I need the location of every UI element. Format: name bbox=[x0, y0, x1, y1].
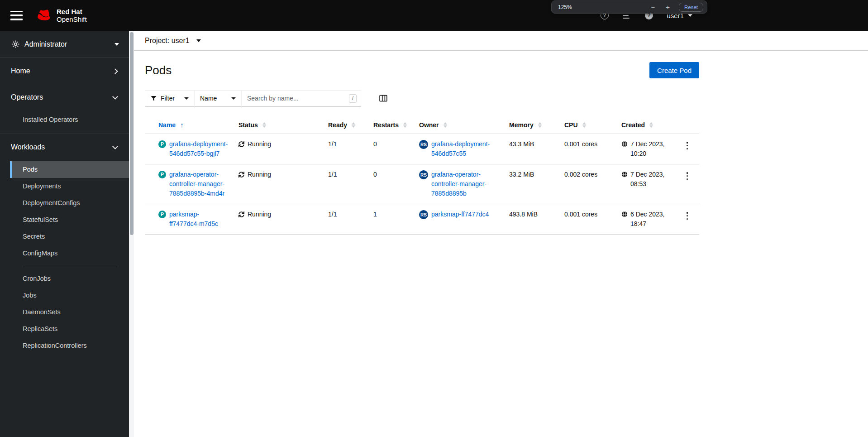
sidebar-item-configmaps[interactable]: ConfigMaps bbox=[10, 245, 129, 262]
pods-table: Name↑ Status Ready Restarts Owner Memory… bbox=[145, 117, 699, 235]
search-box: / bbox=[241, 90, 361, 106]
zoom-reset-button[interactable]: Reset bbox=[679, 3, 703, 12]
sidebar-item-deployments[interactable]: Deployments bbox=[10, 178, 129, 195]
zoom-level: 125% bbox=[558, 4, 572, 10]
sidebar-item-statefulsets[interactable]: StatefulSets bbox=[10, 211, 129, 228]
column-header-memory[interactable]: Memory bbox=[502, 117, 557, 134]
timestamp: 6 Dec 2023, 18:47 bbox=[630, 210, 668, 229]
nav-section-home: Home bbox=[0, 58, 129, 84]
sidebar-item-cronjobs[interactable]: CronJobs bbox=[10, 270, 129, 287]
timestamp: 7 Dec 2023, 10:20 bbox=[630, 139, 668, 158]
cpu-cell: 0.001 cores bbox=[557, 134, 614, 164]
sidebar-item-replicasets[interactable]: ReplicaSets bbox=[10, 321, 129, 337]
column-header-owner[interactable]: Owner bbox=[412, 117, 502, 134]
operators-label: Operators bbox=[11, 93, 43, 101]
sidebar-item-replicationcontrollers[interactable]: ReplicationControllers bbox=[10, 337, 129, 354]
cpu-cell: 0.002 cores bbox=[557, 164, 614, 204]
masthead: Red Hat OpenShift ? ? user1 125% − + Res… bbox=[0, 0, 868, 31]
sidebar-item-jobs[interactable]: Jobs bbox=[10, 287, 129, 304]
sort-icon bbox=[262, 122, 266, 128]
home-label: Home bbox=[11, 67, 30, 75]
gear-icon bbox=[12, 40, 19, 48]
pod-name-link[interactable]: grafana-deployment-546dd57c55-bgjl7 bbox=[169, 139, 229, 158]
memory-cell: 33.2 MiB bbox=[502, 164, 557, 204]
ready-cell: 1/1 bbox=[321, 204, 366, 235]
sort-icon bbox=[403, 122, 407, 128]
attribute-label: Name bbox=[200, 95, 217, 102]
replicaset-badge: RS bbox=[419, 210, 428, 219]
caret-down-icon bbox=[114, 43, 119, 46]
filter-dropdown[interactable]: Filter bbox=[145, 90, 195, 106]
replicaset-badge: RS bbox=[419, 140, 428, 149]
memory-cell: 493.8 MiB bbox=[502, 204, 557, 235]
redhat-fedora-icon bbox=[35, 10, 52, 21]
menu-toggle-icon[interactable] bbox=[10, 11, 23, 20]
brand-text: Red Hat OpenShift bbox=[57, 8, 87, 23]
project-selector[interactable]: Project: user1 bbox=[134, 31, 868, 51]
perspective-switcher[interactable]: Administrator bbox=[0, 31, 129, 58]
pod-badge: P bbox=[158, 140, 166, 148]
chevron-down-icon bbox=[112, 144, 118, 149]
pod-name-link[interactable]: parksmap-ff7477dc4-m7d5c bbox=[169, 210, 229, 229]
sort-icon bbox=[582, 122, 586, 128]
ready-cell: 1/1 bbox=[321, 164, 366, 204]
status-text: Running bbox=[248, 170, 271, 179]
nav-section-operators: Operators Installed Operators bbox=[0, 84, 129, 134]
pod-name-link[interactable]: grafana-operator-controller-manager-7885… bbox=[169, 170, 229, 198]
kebab-menu-button[interactable] bbox=[684, 211, 691, 221]
column-header-created[interactable]: Created bbox=[614, 117, 675, 134]
caret-down-icon bbox=[196, 39, 201, 42]
column-header-cpu[interactable]: CPU bbox=[557, 117, 614, 134]
restarts-cell: 1 bbox=[366, 204, 412, 235]
column-header-restarts[interactable]: Restarts bbox=[366, 117, 412, 134]
workloads-label: Workloads bbox=[11, 143, 45, 151]
browser-zoom-popup: 125% − + Reset bbox=[551, 0, 707, 14]
sidebar-item-home[interactable]: Home bbox=[0, 58, 129, 84]
nav-section-workloads: Workloads Pods Deployments DeploymentCon… bbox=[0, 134, 129, 360]
sync-icon bbox=[238, 141, 244, 147]
attribute-dropdown[interactable]: Name bbox=[194, 90, 242, 106]
sidebar-scrollbar[interactable] bbox=[129, 31, 134, 437]
owner-link[interactable]: grafana-operator-controller-manager-7885… bbox=[431, 170, 495, 198]
columns-icon bbox=[379, 94, 387, 102]
restarts-cell: 0 bbox=[366, 164, 412, 204]
zoom-in-button[interactable]: + bbox=[664, 3, 672, 11]
column-header-status[interactable]: Status bbox=[231, 117, 321, 134]
table-header-row: Name↑ Status Ready Restarts Owner Memory… bbox=[145, 117, 699, 134]
zoom-out-button[interactable]: − bbox=[649, 3, 657, 11]
sidebar-nav: Administrator Home Operators Installed O… bbox=[0, 31, 134, 437]
column-header-actions bbox=[675, 117, 699, 134]
owner-link[interactable]: grafana-deployment-546dd57c55 bbox=[431, 139, 495, 158]
column-header-ready[interactable]: Ready bbox=[321, 117, 366, 134]
sidebar-item-daemonsets[interactable]: DaemonSets bbox=[10, 304, 129, 321]
project-label: Project: user1 bbox=[145, 37, 190, 45]
sidebar-item-deploymentconfigs[interactable]: DeploymentConfigs bbox=[10, 195, 129, 211]
kebab-menu-button[interactable] bbox=[684, 171, 691, 181]
search-input[interactable] bbox=[247, 95, 349, 102]
sidebar-item-secrets[interactable]: Secrets bbox=[10, 228, 129, 245]
sidebar-item-workloads[interactable]: Workloads bbox=[0, 134, 129, 160]
status-text: Running bbox=[248, 139, 271, 149]
scrollbar-thumb[interactable] bbox=[130, 32, 134, 235]
sidebar-item-installed-operators[interactable]: Installed Operators bbox=[10, 111, 129, 128]
sidebar-item-pods[interactable]: Pods bbox=[10, 161, 129, 178]
filter-icon bbox=[151, 96, 157, 101]
owner-link[interactable]: parksmap-ff7477dc4 bbox=[431, 210, 489, 219]
chevron-down-icon bbox=[112, 94, 118, 100]
column-header-name[interactable]: Name↑ bbox=[145, 117, 231, 134]
nav-divider bbox=[23, 266, 117, 266]
brand-logo[interactable]: Red Hat OpenShift bbox=[35, 8, 87, 23]
pod-badge: P bbox=[158, 171, 166, 178]
sort-icon bbox=[649, 122, 653, 128]
filter-toolbar: Filter Name / bbox=[145, 90, 699, 106]
table-row: Pgrafana-operator-controller-manager-788… bbox=[145, 164, 699, 204]
sidebar-item-operators[interactable]: Operators bbox=[0, 84, 129, 110]
ready-cell: 1/1 bbox=[321, 134, 366, 164]
sort-icon bbox=[538, 122, 542, 128]
column-management-button[interactable] bbox=[378, 93, 389, 104]
brand-line1: Red Hat bbox=[57, 8, 87, 15]
status-text: Running bbox=[248, 210, 271, 219]
kebab-menu-button[interactable] bbox=[684, 141, 691, 150]
cpu-cell: 0.001 cores bbox=[557, 204, 614, 235]
create-pod-button[interactable]: Create Pod bbox=[649, 62, 699, 78]
